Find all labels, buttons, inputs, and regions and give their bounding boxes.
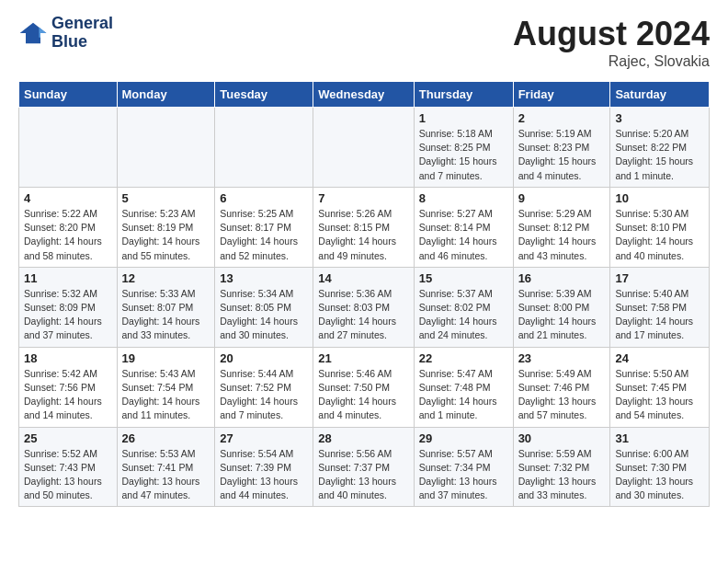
day-number: 20 <box>220 351 308 365</box>
day-info: Sunrise: 5:30 AMSunset: 8:10 PMDaylight:… <box>615 207 704 263</box>
calendar-body: 1Sunrise: 5:18 AMSunset: 8:25 PMDaylight… <box>19 108 710 507</box>
location: Rajec, Slovakia <box>513 53 710 70</box>
logo: General Blue <box>18 15 113 52</box>
day-info: Sunrise: 5:40 AMSunset: 7:58 PMDaylight:… <box>615 287 704 343</box>
day-cell <box>215 108 313 188</box>
header-friday: Friday <box>513 82 610 108</box>
week-row-3: 18Sunrise: 5:42 AMSunset: 7:56 PMDayligh… <box>19 347 710 427</box>
day-cell: 31Sunrise: 6:00 AMSunset: 7:30 PMDayligh… <box>610 427 710 507</box>
week-row-0: 1Sunrise: 5:18 AMSunset: 8:25 PMDaylight… <box>19 108 710 188</box>
day-cell: 29Sunrise: 5:57 AMSunset: 7:34 PMDayligh… <box>414 427 513 507</box>
calendar-header: SundayMondayTuesdayWednesdayThursdayFrid… <box>19 82 710 108</box>
day-info: Sunrise: 5:23 AMSunset: 8:19 PMDaylight:… <box>122 207 210 263</box>
day-cell: 14Sunrise: 5:36 AMSunset: 8:03 PMDayligh… <box>313 267 414 347</box>
day-info: Sunrise: 5:50 AMSunset: 7:45 PMDaylight:… <box>615 367 704 423</box>
day-info: Sunrise: 5:43 AMSunset: 7:54 PMDaylight:… <box>122 367 210 423</box>
day-cell: 17Sunrise: 5:40 AMSunset: 7:58 PMDayligh… <box>610 267 710 347</box>
header-saturday: Saturday <box>610 82 710 108</box>
header-monday: Monday <box>117 82 215 108</box>
day-cell: 11Sunrise: 5:32 AMSunset: 8:09 PMDayligh… <box>19 267 118 347</box>
day-info: Sunrise: 5:46 AMSunset: 7:50 PMDaylight:… <box>318 367 408 423</box>
day-info: Sunrise: 5:29 AMSunset: 8:12 PMDaylight:… <box>518 207 606 263</box>
day-number: 9 <box>518 191 606 205</box>
day-number: 4 <box>24 191 112 205</box>
day-cell: 28Sunrise: 5:56 AMSunset: 7:37 PMDayligh… <box>313 427 414 507</box>
day-info: Sunrise: 5:49 AMSunset: 7:46 PMDaylight:… <box>518 367 606 423</box>
day-info: Sunrise: 5:36 AMSunset: 8:03 PMDaylight:… <box>318 287 408 343</box>
day-info: Sunrise: 5:42 AMSunset: 7:56 PMDaylight:… <box>24 367 112 423</box>
day-number: 10 <box>615 191 704 205</box>
day-cell: 30Sunrise: 5:59 AMSunset: 7:32 PMDayligh… <box>513 427 610 507</box>
day-cell: 20Sunrise: 5:44 AMSunset: 7:52 PMDayligh… <box>215 347 313 427</box>
day-number: 24 <box>615 351 704 365</box>
day-cell: 27Sunrise: 5:54 AMSunset: 7:39 PMDayligh… <box>215 427 313 507</box>
day-info: Sunrise: 5:33 AMSunset: 8:07 PMDaylight:… <box>122 287 210 343</box>
day-cell: 5Sunrise: 5:23 AMSunset: 8:19 PMDaylight… <box>117 187 215 267</box>
day-info: Sunrise: 5:59 AMSunset: 7:32 PMDaylight:… <box>518 447 606 503</box>
day-cell: 22Sunrise: 5:47 AMSunset: 7:48 PMDayligh… <box>414 347 513 427</box>
day-cell: 7Sunrise: 5:26 AMSunset: 8:15 PMDaylight… <box>313 187 414 267</box>
day-number: 28 <box>318 431 408 445</box>
day-info: Sunrise: 6:00 AMSunset: 7:30 PMDaylight:… <box>615 447 704 503</box>
day-info: Sunrise: 5:52 AMSunset: 7:43 PMDaylight:… <box>24 447 112 503</box>
day-info: Sunrise: 5:22 AMSunset: 8:20 PMDaylight:… <box>24 207 112 263</box>
day-number: 18 <box>24 351 112 365</box>
day-cell: 4Sunrise: 5:22 AMSunset: 8:20 PMDaylight… <box>19 187 118 267</box>
day-cell: 23Sunrise: 5:49 AMSunset: 7:46 PMDayligh… <box>513 347 610 427</box>
day-number: 31 <box>615 431 704 445</box>
header-thursday: Thursday <box>414 82 513 108</box>
day-info: Sunrise: 5:25 AMSunset: 8:17 PMDaylight:… <box>220 207 308 263</box>
day-info: Sunrise: 5:37 AMSunset: 8:02 PMDaylight:… <box>419 287 508 343</box>
day-number: 11 <box>24 271 112 285</box>
day-cell <box>117 108 215 188</box>
day-number: 22 <box>419 351 508 365</box>
day-number: 23 <box>518 351 606 365</box>
day-number: 5 <box>122 191 210 205</box>
day-cell: 9Sunrise: 5:29 AMSunset: 8:12 PMDaylight… <box>513 187 610 267</box>
svg-marker-1 <box>39 27 46 37</box>
day-number: 8 <box>419 191 508 205</box>
day-info: Sunrise: 5:20 AMSunset: 8:22 PMDaylight:… <box>615 127 704 183</box>
day-number: 1 <box>419 111 508 125</box>
day-cell: 21Sunrise: 5:46 AMSunset: 7:50 PMDayligh… <box>313 347 414 427</box>
day-cell: 8Sunrise: 5:27 AMSunset: 8:14 PMDaylight… <box>414 187 513 267</box>
day-cell: 6Sunrise: 5:25 AMSunset: 8:17 PMDaylight… <box>215 187 313 267</box>
day-info: Sunrise: 5:54 AMSunset: 7:39 PMDaylight:… <box>220 447 308 503</box>
day-info: Sunrise: 5:26 AMSunset: 8:15 PMDaylight:… <box>318 207 408 263</box>
day-cell: 15Sunrise: 5:37 AMSunset: 8:02 PMDayligh… <box>414 267 513 347</box>
day-cell: 1Sunrise: 5:18 AMSunset: 8:25 PMDaylight… <box>414 108 513 188</box>
day-info: Sunrise: 5:34 AMSunset: 8:05 PMDaylight:… <box>220 287 308 343</box>
day-number: 30 <box>518 431 606 445</box>
day-number: 13 <box>220 271 308 285</box>
header-row: SundayMondayTuesdayWednesdayThursdayFrid… <box>19 82 710 108</box>
day-number: 14 <box>318 271 408 285</box>
day-number: 6 <box>220 191 308 205</box>
day-number: 12 <box>122 271 210 285</box>
day-number: 19 <box>122 351 210 365</box>
day-number: 15 <box>419 271 508 285</box>
day-cell: 10Sunrise: 5:30 AMSunset: 8:10 PMDayligh… <box>610 187 710 267</box>
calendar-table: SundayMondayTuesdayWednesdayThursdayFrid… <box>18 81 710 507</box>
day-number: 3 <box>615 111 704 125</box>
day-number: 16 <box>518 271 606 285</box>
day-number: 2 <box>518 111 606 125</box>
day-info: Sunrise: 5:39 AMSunset: 8:00 PMDaylight:… <box>518 287 606 343</box>
day-number: 29 <box>419 431 508 445</box>
page-header: General Blue August 2024 Rajec, Slovakia <box>18 15 710 70</box>
day-cell: 18Sunrise: 5:42 AMSunset: 7:56 PMDayligh… <box>19 347 118 427</box>
logo-icon <box>18 20 48 46</box>
day-cell: 3Sunrise: 5:20 AMSunset: 8:22 PMDaylight… <box>610 108 710 188</box>
day-cell: 25Sunrise: 5:52 AMSunset: 7:43 PMDayligh… <box>19 427 118 507</box>
day-number: 21 <box>318 351 408 365</box>
day-info: Sunrise: 5:18 AMSunset: 8:25 PMDaylight:… <box>419 127 508 183</box>
day-info: Sunrise: 5:19 AMSunset: 8:23 PMDaylight:… <box>518 127 606 183</box>
month-year: August 2024 <box>513 15 710 53</box>
day-number: 26 <box>122 431 210 445</box>
day-info: Sunrise: 5:44 AMSunset: 7:52 PMDaylight:… <box>220 367 308 423</box>
day-info: Sunrise: 5:27 AMSunset: 8:14 PMDaylight:… <box>419 207 508 263</box>
day-number: 17 <box>615 271 704 285</box>
header-sunday: Sunday <box>19 82 118 108</box>
day-info: Sunrise: 5:32 AMSunset: 8:09 PMDaylight:… <box>24 287 112 343</box>
week-row-2: 11Sunrise: 5:32 AMSunset: 8:09 PMDayligh… <box>19 267 710 347</box>
day-info: Sunrise: 5:56 AMSunset: 7:37 PMDaylight:… <box>318 447 408 503</box>
